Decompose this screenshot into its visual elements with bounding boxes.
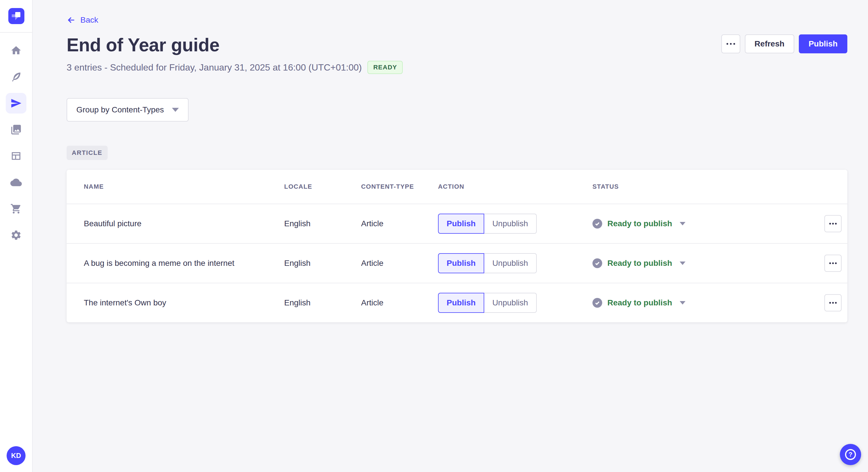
toolbar: Group by Content-Types — [67, 98, 847, 122]
back-label: Back — [81, 15, 98, 25]
feather-icon — [10, 71, 22, 82]
status-dropdown[interactable]: Ready to publish — [592, 219, 825, 229]
release-subtitle: 3 entries - Scheduled for Friday, Januar… — [67, 62, 362, 73]
release-more-button[interactable] — [721, 34, 740, 53]
gear-icon — [10, 229, 22, 241]
status-label: Ready to publish — [608, 259, 672, 268]
status-label: Ready to publish — [608, 298, 672, 307]
unpublish-toggle-button[interactable]: Unpublish — [484, 253, 537, 273]
layout-icon — [10, 150, 22, 162]
refresh-button[interactable]: Refresh — [745, 34, 794, 53]
entry-locale: English — [284, 298, 361, 307]
chevron-down-icon — [680, 222, 685, 225]
sidebar-item-releases[interactable] — [6, 93, 26, 113]
table-row: Beautiful picture English Article Publis… — [67, 204, 847, 243]
main-content: Back End of Year guide 3 entries - Sched… — [33, 0, 868, 472]
sidebar-item-content-manager[interactable] — [6, 67, 26, 87]
column-header-content-type: CONTENT-TYPE — [361, 183, 438, 191]
publish-toggle-button[interactable]: Publish — [438, 214, 484, 234]
entry-content-type: Article — [361, 219, 438, 228]
unpublish-toggle-button[interactable]: Unpublish — [484, 214, 537, 234]
back-arrow-icon — [67, 15, 76, 25]
subtitle-row: 3 entries - Scheduled for Friday, Januar… — [67, 61, 847, 74]
strapi-logo[interactable] — [0, 0, 33, 33]
cart-icon — [10, 203, 22, 214]
home-icon — [10, 45, 22, 56]
status-dropdown[interactable]: Ready to publish — [592, 258, 825, 268]
group-by-label: Group by Content-Types — [76, 105, 164, 114]
sidebar: KD — [0, 0, 33, 472]
entry-name: A bug is becoming a meme on the internet — [84, 259, 284, 268]
entry-name: The internet's Own boy — [84, 298, 284, 307]
action-segmented-control: Publish Unpublish — [438, 253, 592, 273]
more-icon — [829, 302, 831, 304]
action-segmented-control: Publish Unpublish — [438, 214, 592, 234]
check-icon — [592, 298, 602, 308]
unpublish-toggle-button[interactable]: Unpublish — [484, 293, 537, 313]
chevron-down-icon — [680, 301, 685, 305]
sidebar-nav — [0, 33, 32, 245]
publish-toggle-button[interactable]: Publish — [438, 253, 484, 273]
ready-status-badge: READY — [367, 61, 403, 74]
status-dropdown[interactable]: Ready to publish — [592, 298, 825, 308]
header-actions: Refresh Publish — [721, 34, 847, 53]
sidebar-item-deploy[interactable] — [6, 172, 26, 193]
entry-content-type: Article — [361, 259, 438, 268]
more-icon — [726, 43, 728, 45]
more-icon — [829, 223, 831, 225]
row-more-button[interactable] — [825, 294, 842, 311]
sidebar-item-settings[interactable] — [6, 225, 26, 245]
content-type-group-badge: ARTICLE — [67, 146, 107, 160]
publish-release-button[interactable]: Publish — [799, 34, 847, 53]
chevron-down-icon — [680, 262, 685, 265]
column-header-action: ACTION — [438, 183, 592, 191]
entry-locale: English — [284, 219, 361, 228]
sidebar-item-home[interactable] — [6, 40, 26, 61]
entry-locale: English — [284, 259, 361, 268]
sidebar-item-marketplace[interactable] — [6, 198, 26, 219]
paper-plane-icon — [10, 98, 22, 109]
table-row: The internet's Own boy English Article P… — [67, 283, 847, 322]
check-icon — [592, 258, 602, 268]
chevron-down-icon — [172, 108, 179, 112]
publish-toggle-button[interactable]: Publish — [438, 293, 484, 313]
user-avatar[interactable]: KD — [7, 446, 26, 465]
action-segmented-control: Publish Unpublish — [438, 293, 592, 313]
entry-content-type: Article — [361, 298, 438, 307]
check-icon — [592, 219, 602, 229]
group-by-select[interactable]: Group by Content-Types — [67, 98, 189, 122]
column-header-name: NAME — [84, 183, 284, 191]
status-label: Ready to publish — [608, 219, 672, 228]
media-library-icon — [10, 124, 22, 135]
entries-table: NAME LOCALE CONTENT-TYPE ACTION STATUS B… — [67, 170, 847, 322]
entry-name: Beautiful picture — [84, 219, 284, 228]
table-row: A bug is becoming a meme on the internet… — [67, 243, 847, 283]
column-header-status: STATUS — [592, 183, 825, 191]
back-link[interactable]: Back — [67, 15, 98, 25]
row-more-button[interactable] — [825, 255, 842, 272]
app-window: KD Back End of Year guide 3 entries - Sc… — [0, 0, 868, 472]
strapi-logo-icon — [8, 8, 24, 24]
more-icon — [829, 262, 831, 264]
table-header-row: NAME LOCALE CONTENT-TYPE ACTION STATUS — [67, 170, 847, 204]
cloud-icon — [10, 177, 22, 188]
help-icon: ? — [845, 449, 856, 460]
row-more-button[interactable] — [825, 215, 842, 232]
help-button[interactable]: ? — [840, 444, 861, 465]
column-header-locale: LOCALE — [284, 183, 361, 191]
sidebar-item-content-type-builder[interactable] — [6, 146, 26, 166]
sidebar-item-media-library[interactable] — [6, 119, 26, 140]
